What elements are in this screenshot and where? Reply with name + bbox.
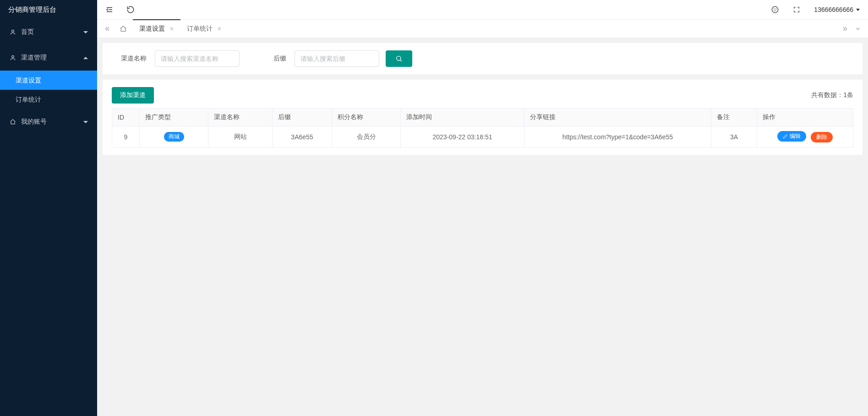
cell-ops: 编辑 删除	[757, 126, 853, 148]
search-name-input[interactable]	[155, 50, 240, 67]
th-ops: 操作	[757, 109, 853, 126]
svg-point-7	[775, 8, 776, 9]
topbar: 13666666666	[97, 0, 868, 19]
tab-home[interactable]	[114, 20, 133, 38]
cell-addtime: 2023-09-22 03:18:51	[401, 126, 524, 148]
edit-button[interactable]: 编辑	[777, 131, 806, 142]
app-title: 分销商管理后台	[0, 0, 97, 19]
tabs-bar: 渠道设置 ✕ 订单统计 ✕	[97, 19, 868, 38]
type-tag: 商城	[164, 132, 184, 142]
sidebar-sub-order-stats[interactable]: 订单统计	[0, 90, 97, 109]
pencil-icon	[783, 134, 788, 139]
sidebar-item-channel[interactable]: 渠道管理	[0, 45, 97, 71]
chevron-down-icon	[83, 31, 88, 33]
home-icon	[9, 118, 16, 126]
search-icon	[395, 55, 403, 62]
th-suffix: 后缀	[273, 109, 332, 126]
svg-point-8	[775, 10, 775, 11]
search-name-label: 渠道名称	[121, 55, 147, 63]
user-icon	[9, 54, 16, 61]
tabs-dropdown-icon[interactable]	[852, 20, 864, 38]
tab-label: 渠道设置	[139, 25, 165, 33]
caret-down-icon	[856, 9, 860, 11]
delete-button[interactable]: 删除	[811, 132, 833, 142]
chevron-up-icon	[83, 57, 88, 59]
th-point: 积分名称	[332, 109, 401, 126]
tabs-next-icon[interactable]	[839, 20, 852, 38]
tab-close-icon[interactable]: ✕	[169, 26, 174, 32]
tab-label: 订单统计	[187, 25, 213, 33]
tab-channel-settings[interactable]: 渠道设置 ✕	[133, 20, 180, 38]
data-count: 共有数据：1条	[811, 91, 853, 99]
sidebar-item-label: 渠道管理	[21, 54, 47, 62]
svg-point-5	[772, 6, 779, 13]
cell-suffix: 3A6e55	[273, 126, 332, 148]
channel-table: ID 推广类型 渠道名称 后缀 积分名称 添加时间 分享链接 备注 操作	[112, 108, 853, 148]
collapse-menu-icon[interactable]	[105, 5, 114, 14]
sidebar-item-home[interactable]: 首页	[0, 19, 97, 45]
search-suffix-input[interactable]	[295, 50, 379, 67]
table-card: 添加渠道 共有数据：1条	[103, 80, 863, 155]
th-id: ID	[112, 109, 140, 126]
search-card: 渠道名称 后缀	[103, 43, 863, 74]
svg-point-1	[12, 55, 14, 58]
fullscreen-icon[interactable]	[793, 6, 800, 13]
user-icon	[9, 28, 16, 36]
th-remark: 备注	[711, 109, 757, 126]
chevron-down-icon	[83, 121, 88, 123]
add-channel-button[interactable]: 添加渠道	[112, 87, 154, 104]
th-link: 分享链接	[524, 109, 711, 126]
cell-name: 网站	[208, 126, 273, 148]
svg-point-0	[12, 30, 14, 32]
th-addtime: 添加时间	[401, 109, 524, 126]
cell-point: 会员分	[332, 126, 401, 148]
svg-point-9	[397, 56, 401, 60]
search-button[interactable]	[386, 50, 412, 67]
tab-close-icon[interactable]: ✕	[217, 26, 222, 32]
sidebar-item-label: 我的账号	[21, 118, 47, 126]
sidebar-sub-channel-settings[interactable]: 渠道设置	[0, 71, 97, 90]
cell-link: https://test.com?type=1&code=3A6e55	[524, 126, 711, 148]
search-suffix-label: 后缀	[273, 55, 286, 63]
svg-point-6	[774, 8, 775, 9]
user-label: 13666666666	[814, 6, 853, 13]
table-row: 9 商城 网站 3A6e55 会员分 2023-09-22 03:18:51 h…	[112, 126, 853, 148]
th-type: 推广类型	[140, 109, 208, 126]
tabs-prev-icon[interactable]	[101, 20, 114, 38]
refresh-icon[interactable]	[126, 5, 135, 14]
cell-remark: 3A	[711, 126, 757, 148]
th-name: 渠道名称	[208, 109, 273, 126]
theme-icon[interactable]	[771, 5, 779, 14]
user-dropdown[interactable]: 13666666666	[814, 6, 860, 13]
svg-line-10	[400, 60, 402, 61]
sidebar-item-label: 首页	[21, 28, 34, 36]
cell-type: 商城	[140, 126, 208, 148]
cell-id: 9	[112, 126, 140, 148]
sidebar-item-account[interactable]: 我的账号	[0, 109, 97, 135]
tab-order-stats[interactable]: 订单统计 ✕	[180, 20, 228, 38]
sidebar: 分销商管理后台 首页 渠道管理	[0, 0, 97, 416]
